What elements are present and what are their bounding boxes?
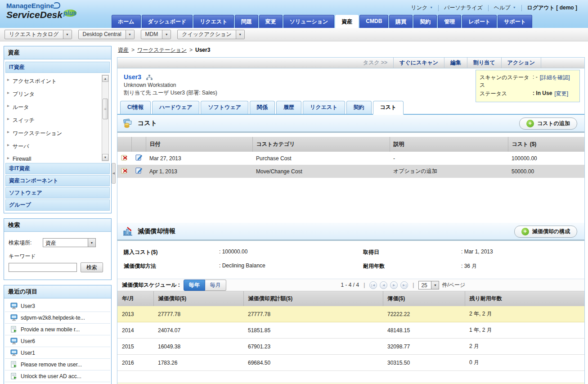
last-page-icon[interactable]: ►| [400, 281, 408, 289]
assign-button[interactable]: 割り当て [467, 58, 502, 68]
sidebar-item-it-assets[interactable]: IT資産 [5, 62, 110, 73]
sidebar-item-routers[interactable]: ルータ [7, 101, 101, 114]
dropdown-arrow-icon[interactable] [162, 30, 171, 39]
sidebar-item-switches[interactable]: スイッチ [7, 114, 101, 127]
search-button[interactable]: 検索 [81, 262, 103, 272]
dropdown-arrow-icon[interactable] [126, 30, 134, 39]
list-item[interactable]: ramameena.zohocorpin.c... [5, 382, 110, 384]
nav-tab-reports[interactable]: レポート [462, 15, 497, 28]
nav-tab-support[interactable]: サポート [498, 15, 532, 28]
page-size-select[interactable]: 25 [418, 281, 439, 289]
list-item[interactable]: Provide a new mobile r... [5, 324, 110, 335]
tab-history[interactable]: 履歴 [276, 101, 301, 114]
desktop-central-label: Desktop Central [79, 30, 126, 39]
personalize-link[interactable]: パーソナライズ [439, 4, 488, 12]
add-cost-button[interactable]: + コストの追加 [519, 117, 577, 130]
nav-tab-requests[interactable]: リクエスト [193, 15, 233, 28]
sidebar: 資産 IT資産 アクセスポイント プリンタ ルータ スイッチ ワークステーション… [4, 46, 112, 384]
select-arrow-icon[interactable] [431, 281, 439, 289]
nav-tab-dashboard[interactable]: ダッシュボード [142, 15, 193, 28]
help-menu[interactable]: ヘルプ [489, 4, 521, 12]
scroll-down-icon[interactable]: ▼ [102, 154, 108, 161]
nav-tab-cmdb[interactable]: CMDB [359, 15, 388, 28]
edit-button[interactable]: 編集 [444, 58, 467, 68]
list-item[interactable]: sdpvm-w2k8.helpdesk-te... [5, 312, 110, 324]
remaining-life-cell: 0 月 [465, 355, 584, 371]
nav-tab-assets[interactable]: 資産 [335, 15, 359, 28]
nav-tab-home[interactable]: ホーム [112, 15, 141, 28]
list-item[interactable]: Please remove the user... [5, 359, 110, 370]
list-item[interactable]: Unlock the user AD acc... [5, 370, 110, 382]
list-item[interactable]: User6 [5, 335, 110, 347]
sidebar-item-asset-components[interactable]: 資産コンポーネント [5, 175, 110, 186]
edit-cost-button[interactable] [131, 152, 146, 165]
sidebar-item-workstations[interactable]: ワークステーション [7, 127, 101, 140]
request-catalog-dropdown[interactable]: リクエストカタログ [4, 30, 72, 39]
links-menu[interactable]: リンク [405, 4, 438, 12]
recent-item-label: Unlock the user AD acc... [21, 373, 81, 379]
monthly-toggle[interactable]: 毎月 [205, 280, 226, 291]
yearly-toggle[interactable]: 毎年 [184, 280, 205, 291]
scan-now-button[interactable]: すぐにスキャン [394, 58, 444, 68]
dropdown-arrow-icon[interactable] [63, 30, 72, 39]
tab-requests[interactable]: リクエスト [303, 101, 345, 114]
nav-tab-purchase[interactable]: 購買 [389, 15, 413, 28]
sidebar-collapse-handle[interactable]: ◀ [112, 163, 116, 184]
select-arrow-icon[interactable] [88, 239, 95, 247]
sidebar-item-servers[interactable]: サーバ [7, 140, 101, 153]
sidebar-item-software[interactable]: ソフトウェア [5, 187, 110, 199]
sidebar-item-printers[interactable]: プリンタ [7, 88, 101, 101]
nav-tab-changes[interactable]: 変更 [259, 15, 283, 28]
scroll-up-icon[interactable]: ▲ [102, 75, 108, 82]
list-item[interactable]: User3 [5, 300, 110, 312]
desktop-central-dropdown[interactable]: Desktop Central [78, 30, 135, 39]
first-page-icon[interactable]: |◄ [369, 281, 377, 289]
tab-ci-info[interactable]: CI情報 [120, 101, 151, 114]
divider: | [364, 282, 365, 288]
sidebar-item-groups[interactable]: グループ [5, 199, 110, 211]
recent-item-label: User6 [21, 338, 35, 344]
cost-amount: 50000.00 [508, 165, 584, 178]
status-box: スキャンのステータス - [詳細を確認] ステータス In Use [変更] [476, 70, 580, 102]
delete-cost-button[interactable] [117, 152, 131, 165]
search-in-select[interactable]: 資産 [43, 238, 96, 247]
dropdown-arrow-icon[interactable] [236, 30, 244, 39]
sidebar-item-non-it-assets[interactable]: 非IT資産 [5, 163, 110, 174]
nav-tab-contracts[interactable]: 契約 [413, 15, 437, 28]
sidebar-item-firewall[interactable]: Firewall [7, 153, 101, 162]
next-page-icon[interactable]: ► [390, 281, 398, 289]
actions-menu-button[interactable]: アクション [502, 58, 541, 68]
keyword-input[interactable] [9, 263, 77, 272]
column-header-category: コストカテゴリ [252, 137, 390, 152]
sidebar-scrollbar[interactable]: ▲ ▼ [102, 75, 109, 161]
hierarchy-icon[interactable] [146, 75, 153, 80]
tab-contracts[interactable]: 契約 [346, 101, 372, 114]
nav-tab-admin[interactable]: 管理 [438, 15, 461, 28]
previous-page-icon[interactable]: ◄ [380, 281, 387, 289]
delete-column-header [117, 137, 131, 152]
status-change-link[interactable]: [変更] [554, 90, 568, 98]
edit-cost-button[interactable] [131, 165, 146, 178]
cost-category: Move/Change Cost [252, 165, 390, 178]
nav-tab-problems[interactable]: 問題 [235, 15, 258, 28]
nav-tab-solutions[interactable]: ソリューション [283, 15, 335, 28]
breadcrumb-assets[interactable]: 資産 [118, 47, 129, 53]
tab-costs[interactable]: コスト [373, 101, 404, 115]
configure-depreciation-button[interactable]: + 減価償却の構成 [514, 226, 577, 238]
sidebar-item-access-points[interactable]: アクセスポイント [7, 75, 101, 88]
tab-hardware[interactable]: ハードウェア [152, 101, 199, 114]
workstation-icon [10, 338, 18, 344]
delete-cost-button[interactable] [117, 165, 131, 178]
quick-actions-dropdown[interactable]: クイックアクション [177, 30, 245, 39]
divider: | [413, 282, 414, 288]
logout-link[interactable]: ログアウト [ demo ] [522, 4, 583, 12]
tab-software[interactable]: ソフトウェア [201, 101, 248, 114]
tab-relationships[interactable]: 関係 [250, 101, 275, 114]
logo-brand-top: ManageEngine [6, 2, 54, 9]
scan-details-link[interactable]: [詳細を確認] [540, 74, 570, 89]
breadcrumb-workstation[interactable]: ワークステーション [137, 47, 187, 53]
scrollbar-thumb[interactable] [103, 99, 108, 119]
tasks-link[interactable]: タスク >> [357, 58, 394, 68]
list-item[interactable]: User1 [5, 347, 110, 359]
mdm-dropdown[interactable]: MDM [141, 30, 171, 39]
